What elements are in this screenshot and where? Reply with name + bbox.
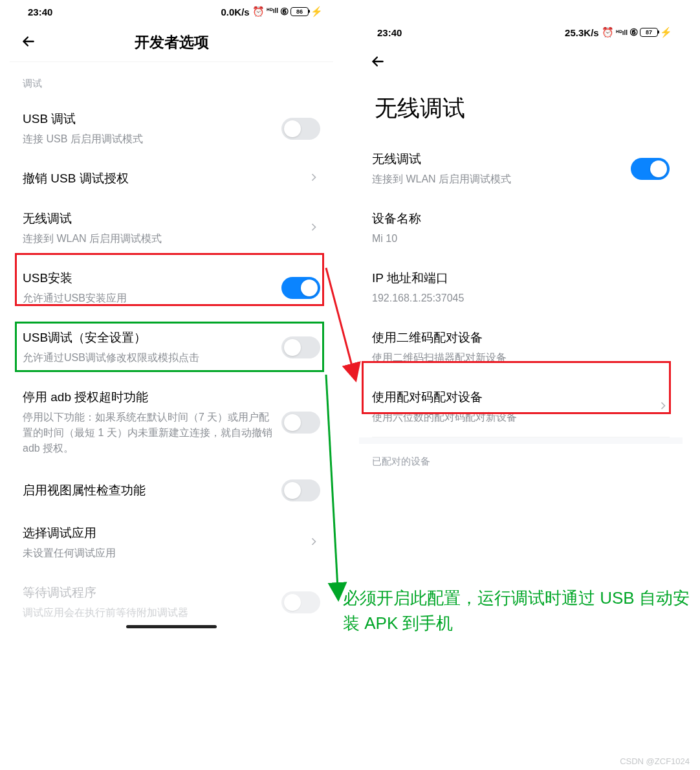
chevron-right-icon: [657, 399, 670, 415]
phone-right: 23:40 25.3K/s ⏰ ᴴᴰıll ⑥ 87 ⚡ 无线调试 无线调试 连…: [359, 21, 683, 477]
item-desc: 调试应用会在执行前等待附加调试器: [23, 605, 274, 621]
wifi-icon: ⑥: [280, 6, 289, 17]
item-title: USB安装: [23, 270, 274, 287]
watermark: CSDN @ZCF1024: [620, 756, 690, 766]
alarm-icon: ⏰: [252, 6, 265, 17]
item-wait-debugger: 等待调试程序 调试应用会在执行前等待附加调试器: [10, 573, 333, 632]
item-title: 无线调试: [372, 151, 623, 168]
alarm-icon: ⏰: [602, 27, 614, 38]
toggle-usb-install[interactable]: [281, 277, 320, 299]
status-net: 0.0K/s: [221, 6, 249, 17]
item-title: USB调试（安全设置）: [23, 329, 274, 346]
status-time: 23:40: [377, 27, 402, 38]
item-title: 设备名称: [372, 210, 662, 227]
item-revoke-usb[interactable]: 撤销 USB 调试授权: [10, 159, 333, 199]
phone-left: 23:40 0.0K/s ⏰ ᴴᴰıll ⑥ 86 ⚡ 开发者选项 调试 USB…: [10, 0, 333, 632]
item-device-name[interactable]: 设备名称 Mi 10: [359, 199, 683, 258]
charging-icon: ⚡: [660, 27, 672, 38]
status-right: 25.3K/s ⏰ ᴴᴰıll ⑥ 87 ⚡: [565, 27, 672, 38]
nav-handle[interactable]: [126, 625, 217, 628]
status-bar: 23:40 25.3K/s ⏰ ᴴᴰıll ⑥ 87 ⚡: [359, 21, 683, 41]
item-desc: 连接到 WLAN 后启用调试模式: [372, 171, 623, 187]
item-pair-qr[interactable]: 使用二维码配对设备 使用二维码扫描器配对新设备: [359, 318, 683, 377]
signal-icon: ᴴᴰıll: [267, 7, 278, 16]
section-paired: 已配对的设备: [359, 444, 683, 477]
item-pair-code[interactable]: 使用配对码配对设备 使用六位数的配对码配对新设备: [359, 377, 683, 437]
item-title: 停用 adb 授权超时功能: [23, 389, 274, 406]
battery-icon: 87: [640, 28, 658, 37]
toggle-wireless[interactable]: [631, 158, 670, 180]
item-desc: 允许通过USB调试修改权限或模拟点击: [23, 350, 274, 366]
item-title: 使用二维码配对设备: [372, 329, 662, 346]
header: 开发者选项: [10, 21, 333, 62]
status-icons: ⏰ ᴴᴰıll ⑥ 86 ⚡: [252, 6, 323, 17]
status-icons: ⏰ ᴴᴰıll ⑥ 87 ⚡: [602, 27, 672, 38]
item-usb-install[interactable]: USB安装 允许通过USB安装应用: [10, 258, 333, 318]
item-title: 无线调试: [23, 210, 300, 227]
annotation-text: 必须开启此配置，运行调试时通过 USB 自动安装 APK 到手机: [343, 586, 695, 636]
back-icon[interactable]: [20, 33, 37, 52]
item-desc: 连接到 WLAN 后启用调试模式: [23, 231, 300, 247]
item-desc: Mi 10: [372, 231, 662, 247]
item-desc: 未设置任何调试应用: [23, 545, 300, 561]
item-desc: 使用六位数的配对码配对新设备: [372, 410, 649, 425]
item-title: 使用配对码配对设备: [372, 389, 649, 406]
status-net: 25.3K/s: [565, 27, 599, 38]
item-view-attr[interactable]: 启用视图属性检查功能: [10, 468, 333, 513]
item-desc: 连接 USB 后启用调试模式: [23, 131, 274, 147]
page-title: 开发者选项: [37, 32, 306, 52]
back-icon[interactable]: [369, 53, 386, 72]
chevron-right-icon: [307, 171, 320, 186]
charging-icon: ⚡: [311, 6, 323, 17]
divider-thick: [359, 437, 683, 444]
chevron-right-icon: [307, 221, 320, 236]
toggle-view-attr[interactable]: [281, 479, 320, 501]
item-usb-debug-security[interactable]: USB调试（安全设置） 允许通过USB调试修改权限或模拟点击: [10, 318, 333, 377]
wifi-icon: ⑥: [629, 27, 638, 38]
status-time: 23:40: [28, 6, 52, 17]
item-usb-debug[interactable]: USB 调试 连接 USB 后启用调试模式: [10, 99, 333, 159]
item-title: 撤销 USB 调试授权: [23, 170, 300, 187]
item-title: USB 调试: [23, 111, 274, 127]
item-desc: 使用二维码扫描器配对新设备: [372, 350, 662, 366]
signal-icon: ᴴᴰıll: [616, 29, 628, 36]
battery-icon: 86: [290, 7, 309, 16]
item-title: IP 地址和端口: [372, 270, 662, 287]
item-wireless-debug[interactable]: 无线调试 连接到 WLAN 后启用调试模式: [10, 199, 333, 258]
page-title: 无线调试: [359, 82, 683, 139]
status-bar: 23:40 0.0K/s ⏰ ᴴᴰıll ⑥ 86 ⚡: [10, 0, 333, 21]
item-desc: 允许通过USB安装应用: [23, 291, 274, 306]
item-title: 选择调试应用: [23, 525, 300, 542]
header: [359, 41, 683, 82]
item-wireless-debug[interactable]: 无线调试 连接到 WLAN 后启用调试模式: [359, 139, 683, 199]
item-title: 启用视图属性检查功能: [23, 482, 274, 499]
toggle-wait-debugger: [281, 591, 320, 613]
item-desc: 停用以下功能：如果系统在默认时间（7 天）或用户配置的时间（最短 1 天）内未重…: [23, 410, 274, 456]
item-select-debug-app[interactable]: 选择调试应用 未设置任何调试应用: [10, 513, 333, 573]
chevron-right-icon: [307, 535, 320, 551]
toggle-adb-timeout[interactable]: [281, 412, 320, 434]
item-desc: 192.168.1.25:37045: [372, 291, 662, 306]
toggle-usb-debug-sec[interactable]: [281, 336, 320, 358]
toggle-usb-debug[interactable]: [281, 118, 320, 140]
status-right: 0.0K/s ⏰ ᴴᴰıll ⑥ 86 ⚡: [221, 6, 323, 17]
item-adb-timeout[interactable]: 停用 adb 授权超时功能 停用以下功能：如果系统在默认时间（7 天）或用户配置…: [10, 377, 333, 468]
section-debug: 调试: [10, 62, 333, 99]
item-ip-port: IP 地址和端口 192.168.1.25:37045: [359, 258, 683, 318]
item-title: 等待调试程序: [23, 584, 274, 601]
